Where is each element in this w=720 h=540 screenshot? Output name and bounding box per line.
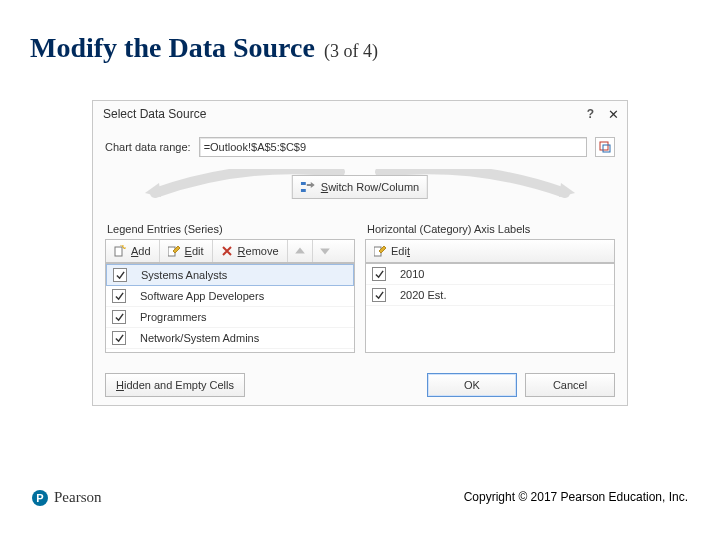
range-picker-icon	[599, 141, 611, 153]
move-up-button[interactable]	[288, 240, 313, 262]
list-item-label: 2010	[400, 268, 424, 280]
list-item-label: 2020 Est.	[400, 289, 446, 301]
dialog-title: Select Data Source	[103, 107, 206, 121]
switch-area: Switch Row/Column	[105, 163, 615, 223]
list-item-label: Systems Analysts	[141, 269, 227, 281]
chart-data-range-value: =Outlook!$A$5:$C$9	[204, 141, 306, 153]
table-row[interactable]: Software App Developers	[106, 286, 354, 307]
axis-toolbar: Edit	[365, 239, 615, 263]
list-item-label: Software App Developers	[140, 290, 264, 302]
list-item-label: Network/System Admins	[140, 332, 259, 344]
svg-rect-5	[301, 189, 306, 192]
edit-icon	[168, 245, 180, 257]
checkbox[interactable]	[372, 288, 386, 302]
table-row[interactable]: 2010	[366, 264, 614, 285]
select-data-source-dialog: Select Data Source ? ✕ Chart data range:…	[92, 100, 628, 406]
series-toolbar: Add Edit Remove	[105, 239, 355, 263]
brand-badge-icon: P	[32, 490, 48, 506]
checkbox[interactable]	[372, 267, 386, 281]
series-panel: Legend Entries (Series) Add Edit Remove	[105, 223, 355, 353]
copyright-text: Copyright © 2017 Pearson Education, Inc.	[464, 490, 688, 504]
dialog-footer: Hidden and Empty Cells OK Cancel	[93, 373, 627, 397]
move-down-button[interactable]	[313, 240, 337, 262]
svg-marker-8	[295, 247, 305, 253]
series-panel-title: Legend Entries (Series)	[107, 223, 355, 235]
switch-icon	[301, 181, 315, 193]
checkbox[interactable]	[112, 331, 126, 345]
svg-marker-2	[145, 183, 161, 197]
chart-data-range-label: Chart data range:	[105, 141, 191, 153]
chart-data-range-row: Chart data range: =Outlook!$A$5:$C$9	[105, 137, 615, 157]
svg-rect-1	[603, 145, 610, 152]
table-row[interactable]: Network/System Admins	[106, 328, 354, 349]
table-row[interactable]: 2020 Est.	[366, 285, 614, 306]
close-icon[interactable]: ✕	[608, 107, 619, 122]
svg-rect-4	[301, 182, 306, 185]
svg-marker-3	[559, 183, 575, 197]
checkbox[interactable]	[112, 310, 126, 324]
switch-row-column-button[interactable]: Switch Row/Column	[292, 175, 428, 199]
table-row[interactable]: Programmers	[106, 307, 354, 328]
chevron-up-icon	[294, 245, 306, 257]
slide-title-text: Modify the Data Source	[30, 32, 315, 63]
help-icon[interactable]: ?	[587, 107, 594, 121]
series-listbox[interactable]: Systems AnalystsSoftware App DevelopersP…	[105, 263, 355, 353]
checkbox[interactable]	[113, 268, 127, 282]
reorder-group	[288, 240, 337, 262]
edit-axis-button[interactable]: Edit	[366, 240, 418, 262]
svg-marker-9	[320, 249, 330, 255]
axis-panel: Horizontal (Category) Axis Labels Edit 2…	[365, 223, 615, 353]
svg-rect-0	[600, 142, 608, 150]
switch-row-column-label: Switch Row/Column	[321, 181, 419, 193]
list-item-label: Programmers	[140, 311, 207, 323]
chart-data-range-input[interactable]: =Outlook!$A$5:$C$9	[199, 137, 587, 157]
edit-icon	[374, 245, 386, 257]
svg-rect-6	[115, 247, 122, 256]
dialog-titlebar: Select Data Source ? ✕	[93, 101, 627, 127]
ok-button[interactable]: OK	[427, 373, 517, 397]
axis-listbox[interactable]: 20102020 Est.	[365, 263, 615, 353]
brand-name: Pearson	[54, 489, 102, 506]
checkbox[interactable]	[112, 289, 126, 303]
slide-title: Modify the Data Source (3 of 4)	[30, 32, 378, 64]
range-picker-button[interactable]	[595, 137, 615, 157]
add-icon	[114, 245, 126, 257]
remove-icon	[221, 245, 233, 257]
add-series-button[interactable]: Add	[106, 240, 160, 262]
edit-series-button[interactable]: Edit	[160, 240, 213, 262]
chevron-down-icon	[319, 245, 331, 257]
axis-panel-title: Horizontal (Category) Axis Labels	[367, 223, 615, 235]
table-row[interactable]: Systems Analysts	[106, 264, 354, 286]
brand-logo: P Pearson	[32, 489, 102, 506]
remove-series-button[interactable]: Remove	[213, 240, 288, 262]
slide-counter: (3 of 4)	[324, 41, 378, 61]
cancel-button[interactable]: Cancel	[525, 373, 615, 397]
hidden-empty-cells-button[interactable]: Hidden and Empty Cells	[105, 373, 245, 397]
